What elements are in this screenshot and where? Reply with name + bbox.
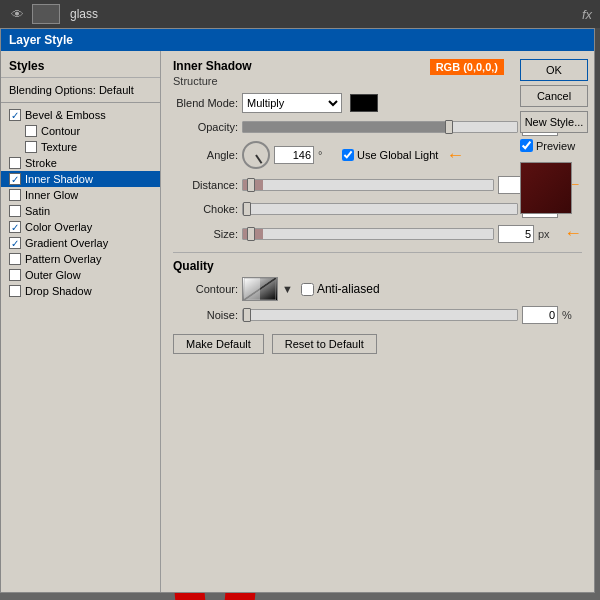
gradient-overlay-checkbox[interactable]: [9, 237, 21, 249]
stroke-checkbox[interactable]: [9, 157, 21, 169]
noise-unit: %: [562, 309, 582, 321]
drop-shadow-checkbox[interactable]: [9, 285, 21, 297]
anti-alias-label: Anti-aliased: [317, 282, 380, 296]
layer-thumbnail: [32, 4, 60, 24]
choke-thumb[interactable]: [243, 202, 251, 216]
preview-container: Preview: [520, 139, 590, 152]
quality-title: Quality: [173, 259, 582, 273]
sidebar-item-drop-shadow[interactable]: Drop Shadow: [1, 283, 160, 299]
layer-name: glass: [70, 7, 98, 21]
cancel-button[interactable]: Cancel: [520, 85, 588, 107]
styles-header[interactable]: Styles: [1, 55, 160, 78]
bevel-checkbox[interactable]: [9, 109, 21, 121]
outer-glow-checkbox[interactable]: [9, 269, 21, 281]
color-overlay-checkbox[interactable]: [9, 221, 21, 233]
size-thumb[interactable]: [247, 227, 255, 241]
pattern-overlay-checkbox[interactable]: [9, 253, 21, 265]
global-light-checkbox[interactable]: [342, 149, 354, 161]
quality-section: Quality Contour: ▼: [173, 252, 582, 324]
texture-checkbox[interactable]: [25, 141, 37, 153]
noise-input[interactable]: [522, 306, 558, 324]
make-default-button[interactable]: Make Default: [173, 334, 264, 354]
satin-checkbox[interactable]: [9, 205, 21, 217]
blend-mode-select[interactable]: Multiply Normal Screen: [242, 93, 342, 113]
sidebar-item-gradient-overlay[interactable]: Gradient Overlay: [1, 235, 160, 251]
inner-shadow-checkbox[interactable]: [9, 173, 21, 185]
noise-label: Noise:: [173, 309, 238, 321]
choke-label: Choke:: [173, 203, 238, 215]
size-row: Size: px ←: [173, 223, 582, 244]
svg-rect-2: [244, 278, 260, 300]
sidebar-item-stroke[interactable]: Stroke: [1, 155, 160, 171]
sidebar-item-inner-glow[interactable]: Inner Glow: [1, 187, 160, 203]
blending-options-item[interactable]: Blending Options: Default: [1, 82, 160, 98]
contour-label: Contour:: [173, 283, 238, 295]
sidebar-item-color-overlay[interactable]: Color Overlay: [1, 219, 160, 235]
angle-line: [255, 154, 262, 163]
top-bar: 👁 glass fx: [0, 0, 600, 28]
angle-input[interactable]: [274, 146, 314, 164]
contour-checkbox[interactable]: [25, 125, 37, 137]
sidebar-item-outer-glow[interactable]: Outer Glow: [1, 267, 160, 283]
bottom-buttons: Make Default Reset to Default: [173, 334, 582, 354]
preview-thumbnail: [520, 162, 572, 214]
dialog-body: Styles Blending Options: Default Bevel &…: [1, 51, 594, 592]
reset-default-button[interactable]: Reset to Default: [272, 334, 377, 354]
sidebar-item-inner-shadow[interactable]: Inner Shadow: [1, 171, 160, 187]
contour-row: Contour: ▼: [173, 277, 582, 301]
sidebar-item-texture[interactable]: Texture: [1, 139, 160, 155]
dropdown-arrow-icon[interactable]: ▼: [282, 283, 293, 295]
blend-mode-label: Blend Mode:: [173, 97, 238, 109]
sidebar-item-bevel[interactable]: Bevel & Emboss: [1, 107, 160, 123]
color-swatch[interactable]: [350, 94, 378, 112]
dialog-title: Layer Style: [1, 29, 594, 51]
layer-style-dialog: Layer Style Styles Blending Options: Def…: [0, 28, 595, 593]
preview-checkbox[interactable]: [520, 139, 533, 152]
sidebar-item-satin[interactable]: Satin: [1, 203, 160, 219]
size-arrow-icon: ←: [564, 223, 582, 244]
opacity-slider[interactable]: [242, 121, 518, 133]
angle-dial[interactable]: [242, 141, 270, 169]
inner-glow-checkbox[interactable]: [9, 189, 21, 201]
size-label: Size:: [173, 228, 238, 240]
sidebar-item-pattern-overlay[interactable]: Pattern Overlay: [1, 251, 160, 267]
global-light-container: Use Global Light: [342, 149, 438, 161]
noise-thumb[interactable]: [243, 308, 251, 322]
left-panel: Styles Blending Options: Default Bevel &…: [1, 51, 161, 592]
size-slider[interactable]: [242, 228, 494, 240]
rgb-badge: RGB (0,0,0,): [430, 59, 504, 75]
anti-alias-checkbox[interactable]: [301, 283, 314, 296]
opacity-label: Opacity:: [173, 121, 238, 133]
fx-label: fx: [582, 7, 592, 22]
angle-arrow-icon: ←: [446, 145, 464, 166]
noise-slider[interactable]: [242, 309, 518, 321]
right-panel: RGB (0,0,0,) OK Cancel New Style... Prev…: [161, 51, 594, 592]
ok-button[interactable]: OK: [520, 59, 588, 81]
choke-slider[interactable]: [242, 203, 518, 215]
size-unit: px: [538, 228, 558, 240]
eye-icon: 👁: [8, 7, 26, 21]
distance-label: Distance:: [173, 179, 238, 191]
noise-row: Noise: %: [173, 306, 582, 324]
new-style-button[interactable]: New Style...: [520, 111, 588, 133]
angle-symbol: °: [318, 149, 338, 161]
contour-preview[interactable]: [242, 277, 278, 301]
contour-svg: [244, 278, 276, 300]
action-buttons: OK Cancel New Style... Preview: [520, 59, 590, 214]
opacity-thumb[interactable]: [445, 120, 453, 134]
distance-thumb[interactable]: [247, 178, 255, 192]
size-input[interactable]: [498, 225, 534, 243]
sidebar-item-contour[interactable]: Contour: [1, 123, 160, 139]
global-light-label: Use Global Light: [357, 149, 438, 161]
angle-label: Angle:: [173, 149, 238, 161]
distance-slider[interactable]: [242, 179, 494, 191]
preview-label: Preview: [536, 140, 575, 152]
